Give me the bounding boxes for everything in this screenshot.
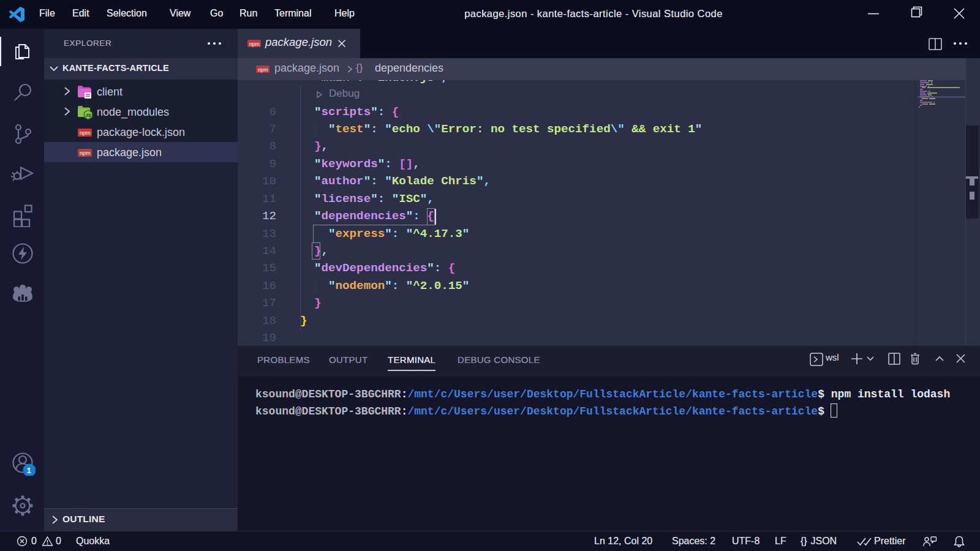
svg-text:npm: npm	[258, 67, 268, 73]
svg-text:npm: npm	[80, 130, 91, 136]
svg-text:1: 1	[27, 466, 31, 475]
svg-text:JS: JS	[85, 113, 91, 118]
svg-text:npm: npm	[80, 150, 91, 156]
svg-text:npm: npm	[249, 41, 260, 47]
